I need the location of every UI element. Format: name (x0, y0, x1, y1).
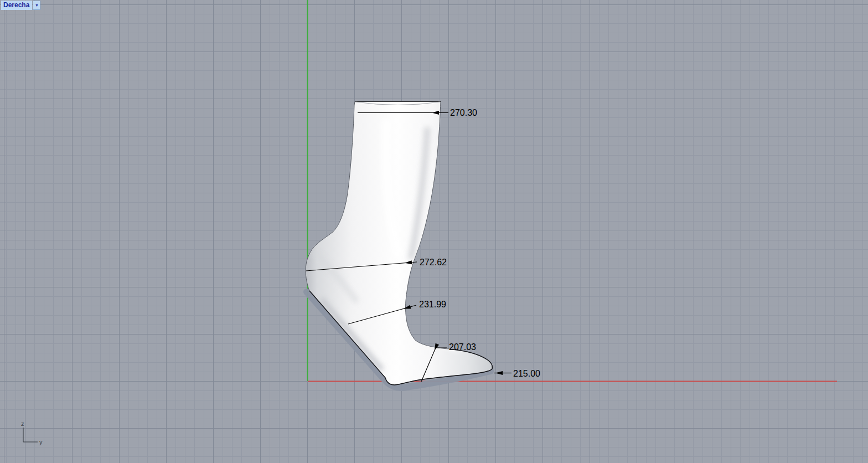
viewport-title-tab[interactable]: Derecha ▼ (1, 1, 40, 10)
dimension-label[interactable]: 231.99 (419, 300, 446, 310)
chevron-down-icon: ▼ (35, 3, 39, 7)
cplane-axis-indicator: z y (16, 420, 54, 452)
dimension-label[interactable]: 215.00 (513, 369, 540, 379)
gizmo-y-label: y (39, 439, 43, 445)
dimension-label[interactable]: 272.62 (420, 258, 447, 267)
dimension-label[interactable]: 207.03 (449, 342, 476, 352)
viewport-title[interactable]: Derecha (1, 1, 32, 10)
viewport-canvas[interactable]: 270.30 272.62 231.99 207.03 215.00 Derec… (0, 0, 868, 463)
gizmo-z-label: z (21, 420, 24, 427)
dimension-label[interactable]: 270.30 (450, 108, 477, 118)
3d-scene (0, 0, 868, 463)
viewport-menu-button[interactable]: ▼ (33, 1, 40, 10)
